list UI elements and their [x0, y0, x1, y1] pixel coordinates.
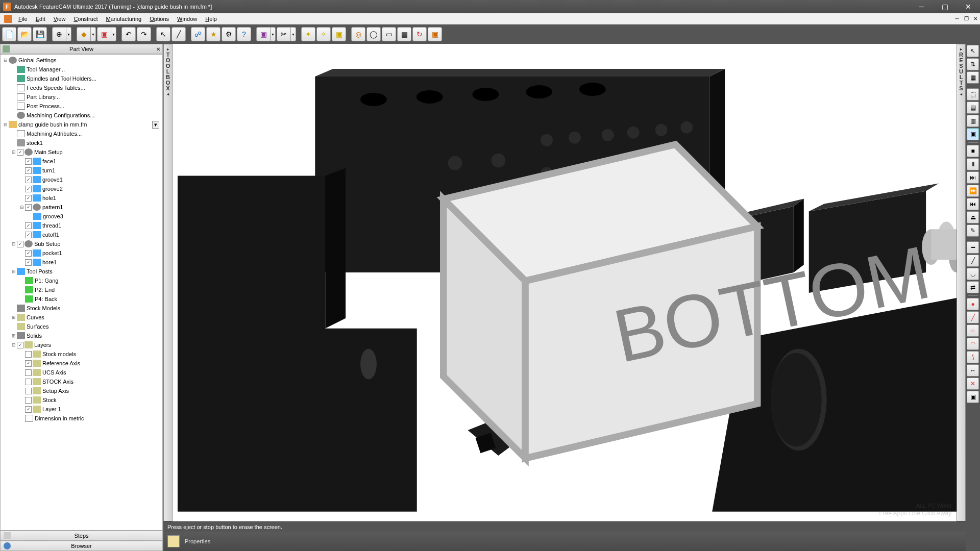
- tree-item[interactable]: Stock models: [1, 349, 162, 359]
- rt-line2[interactable]: ╱: [967, 255, 979, 267]
- tree-item[interactable]: groove3: [1, 212, 162, 221]
- box-dropdown[interactable]: ▼: [271, 27, 276, 41]
- tree-item[interactable]: Stock Models: [1, 304, 162, 313]
- checkbox[interactable]: [17, 149, 23, 156]
- undo-button[interactable]: ↶: [121, 27, 136, 41]
- rt-rline[interactable]: ╱: [967, 311, 979, 323]
- tree-item[interactable]: groove1: [1, 175, 162, 184]
- rt-rcircle[interactable]: ○: [967, 324, 979, 337]
- rt-pause[interactable]: ⏸: [967, 158, 979, 170]
- rt-shade3[interactable]: ▣: [967, 128, 979, 140]
- rt-cubet[interactable]: ▣: [967, 391, 979, 403]
- menu-view[interactable]: View: [50, 15, 70, 23]
- expand-icon[interactable]: ⊟: [19, 205, 25, 210]
- checkbox[interactable]: [25, 351, 32, 358]
- tree-item[interactable]: Post Process...: [1, 102, 162, 111]
- tree-item[interactable]: ⊟pattern1: [1, 203, 162, 212]
- checkbox[interactable]: [25, 379, 32, 385]
- maximize-button[interactable]: ▢: [933, 0, 957, 13]
- spark1-button[interactable]: ✦: [301, 27, 315, 41]
- checkbox[interactable]: [25, 360, 32, 367]
- new-button[interactable]: 📄: [2, 27, 16, 41]
- rt-next[interactable]: ⏭: [967, 171, 979, 184]
- tree-item[interactable]: Stock: [1, 395, 162, 405]
- checkbox[interactable]: [25, 232, 32, 238]
- checkbox[interactable]: [25, 388, 32, 394]
- globe-button[interactable]: ⊕: [52, 27, 66, 41]
- tree-item[interactable]: Spindles and Tool Holders...: [1, 74, 162, 83]
- menu-edit[interactable]: Edit: [32, 15, 50, 23]
- checkbox[interactable]: [25, 397, 32, 404]
- rt-rarc2[interactable]: ⟆: [967, 351, 979, 363]
- cube3-button[interactable]: ▣: [428, 27, 442, 41]
- rt-stop[interactable]: ■: [967, 145, 979, 157]
- tree-item[interactable]: stock1: [1, 138, 162, 147]
- tree-item[interactable]: hole1: [1, 193, 162, 203]
- tree-item[interactable]: Feeds Speeds Tables...: [1, 83, 162, 92]
- checkbox[interactable]: [25, 250, 32, 257]
- checkbox[interactable]: [25, 177, 32, 183]
- rt-end[interactable]: ⏮: [967, 198, 979, 210]
- expand-icon[interactable]: ⊟: [3, 122, 9, 127]
- tree-item[interactable]: pocket1: [1, 248, 162, 258]
- checkbox[interactable]: [25, 259, 32, 266]
- checkbox[interactable]: [25, 195, 32, 202]
- open-button[interactable]: 📂: [17, 27, 32, 41]
- checkbox[interactable]: [25, 369, 32, 376]
- rt-dim[interactable]: ↔: [967, 364, 979, 377]
- expand-icon[interactable]: ⊟: [11, 241, 17, 246]
- tree-item[interactable]: ⊟Tool Posts: [1, 267, 162, 276]
- steps-tab[interactable]: Steps: [0, 531, 163, 541]
- sheets-button[interactable]: ▤: [397, 27, 411, 41]
- cut-dropdown[interactable]: ▼: [291, 27, 296, 41]
- tree-item[interactable]: turn1: [1, 166, 162, 175]
- close-button[interactable]: ✕: [957, 0, 980, 13]
- line-button[interactable]: ╱: [172, 27, 186, 41]
- tree-item[interactable]: ⊟clamp guide bush in mm.fm▾: [1, 120, 162, 129]
- tree-item[interactable]: ⊞Solids: [1, 331, 162, 340]
- tree-item[interactable]: P2: End: [1, 285, 162, 294]
- help-button[interactable]: ?: [237, 27, 251, 41]
- rt-grid[interactable]: ▦: [967, 71, 979, 84]
- tree-item[interactable]: groove2: [1, 184, 162, 193]
- rt-ff[interactable]: ⏩: [967, 185, 979, 197]
- tree-item[interactable]: ⊟Global Settings: [1, 56, 162, 65]
- spark2-button[interactable]: ✧: [316, 27, 331, 41]
- cube2-button[interactable]: ▣: [332, 27, 346, 41]
- expand-icon[interactable]: ⊟: [11, 342, 17, 347]
- mdi-close[interactable]: ✕: [971, 15, 980, 23]
- tree-item[interactable]: Reference Axis: [1, 359, 162, 368]
- part-view-close-icon[interactable]: ✕: [156, 46, 160, 52]
- checkbox[interactable]: [25, 222, 32, 229]
- tree-item[interactable]: face1: [1, 157, 162, 166]
- checkbox[interactable]: [17, 241, 23, 247]
- cube-button[interactable]: ▣: [97, 27, 111, 41]
- rt-arc[interactable]: ◡: [967, 268, 979, 280]
- menu-file[interactable]: File: [14, 15, 32, 23]
- part-tree[interactable]: ⊟Global SettingsTool Manager...Spindles …: [0, 54, 163, 531]
- tree-item[interactable]: P1: Gang: [1, 276, 162, 285]
- expand-icon[interactable]: ⊟: [11, 269, 17, 274]
- tree-item[interactable]: Surfaces: [1, 322, 162, 331]
- checkbox[interactable]: [25, 186, 32, 192]
- tree-item[interactable]: P4: Back: [1, 294, 162, 304]
- viewcube[interactable]: BOTTOM: [173, 49, 951, 521]
- wizard-button[interactable]: ★: [206, 27, 220, 41]
- circle-button[interactable]: ◯: [366, 27, 381, 41]
- checkbox[interactable]: [25, 167, 32, 174]
- part-view-header[interactable]: Part View ✕: [0, 44, 163, 54]
- expand-icon[interactable]: ⊞: [11, 315, 17, 320]
- paint-button[interactable]: ◆: [77, 27, 91, 41]
- toolbox-tab[interactable]: ▸TOOLBOX◂: [163, 44, 173, 521]
- tree-item[interactable]: Machining Attributes...: [1, 129, 162, 138]
- checkbox[interactable]: [25, 204, 32, 211]
- menu-construct[interactable]: Construct: [69, 15, 102, 23]
- expand-icon[interactable]: ⊞: [11, 333, 17, 338]
- rt-rarc1[interactable]: ◠: [967, 338, 979, 350]
- browser-tab[interactable]: Browser: [0, 541, 163, 551]
- tree-item[interactable]: STOCK Axis: [1, 377, 162, 386]
- cut-button[interactable]: ✂: [277, 27, 291, 41]
- rt-pencil[interactable]: ✎: [967, 224, 979, 237]
- menu-window[interactable]: Window: [173, 15, 201, 23]
- checkbox[interactable]: [17, 342, 23, 348]
